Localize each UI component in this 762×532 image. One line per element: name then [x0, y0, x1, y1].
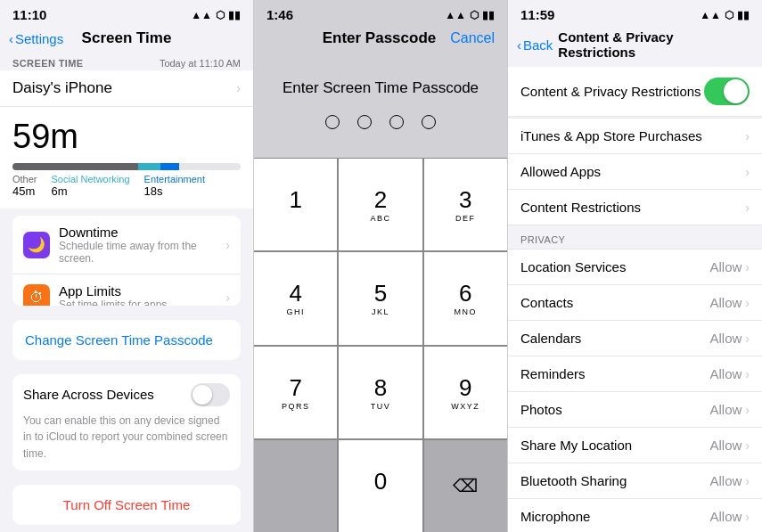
menu-item-downtime[interactable]: 🌙 Downtime Schedule time away from the s… — [12, 216, 241, 274]
device-name: Daisy's iPhone — [12, 79, 112, 97]
menu-item-location[interactable]: Location Services Allow › — [508, 250, 762, 285]
menu-item-allowed-apps[interactable]: Allowed Apps › — [508, 154, 762, 190]
share-desc: You can enable this on any device signed… — [23, 414, 227, 461]
turn-off-label: Turn Off Screen Time — [63, 497, 191, 512]
wifi-icon: ⬡ — [216, 9, 225, 21]
contacts-chevron-icon: › — [745, 296, 750, 310]
photos-label: Photos — [520, 402, 562, 417]
key-1[interactable]: 1 — [254, 159, 337, 250]
key-4[interactable]: 4GHI — [254, 252, 337, 344]
app-limits-icon: ⏱ — [23, 284, 50, 306]
back-button-1[interactable]: ‹ Settings — [9, 31, 63, 46]
device-row[interactable]: Daisy's iPhone › — [0, 70, 253, 107]
time-2: 1:46 — [266, 7, 293, 22]
passcode-nav: Cancel Enter Passcode Cancel — [254, 26, 507, 58]
time-1: 11:10 — [12, 7, 46, 22]
location-right: Allow › — [709, 259, 750, 274]
menu-item-reminders[interactable]: Reminders Allow › — [508, 356, 762, 392]
legend-social-label: Social Networking — [52, 174, 130, 184]
keypad: 1 2ABC 3DEF 4GHI 5JKL 6MNO 7PQRS 8TUV 9W… — [254, 158, 507, 532]
reminders-allow: Allow — [709, 366, 742, 381]
location-allow: Allow — [709, 259, 742, 274]
key-9[interactable]: 9WXYZ — [424, 347, 507, 438]
menu-item-photos[interactable]: Photos Allow › — [508, 392, 762, 428]
turn-off-btn[interactable]: Turn Off Screen Time — [12, 485, 241, 525]
wifi-icon-2: ⬡ — [470, 9, 479, 21]
menu-item-microphone[interactable]: Microphone Allow › — [508, 499, 762, 532]
share-toggle[interactable] — [191, 383, 230, 406]
key-delete[interactable]: ⌫ — [424, 440, 507, 532]
menu-item-calendars[interactable]: Calendars Allow › — [508, 321, 762, 356]
allowed-apps-right: › — [745, 165, 750, 179]
key-3[interactable]: 3DEF — [424, 159, 507, 250]
p3-top-menu-group: iTunes & App Store Purchases › Allowed A… — [508, 118, 762, 225]
key-2[interactable]: 2ABC — [339, 159, 422, 250]
usage-section: 59m Other 45m Social Networking 6m Enter… — [0, 107, 253, 209]
screen-time-panel: 11:10 ▲▲ ⬡ ▮▮ ‹ Settings Screen Time SCR… — [0, 0, 254, 532]
itunes-right: › — [745, 129, 750, 143]
app-limits-label: App Limits — [59, 283, 225, 299]
bluetooth-chevron-icon: › — [745, 474, 750, 488]
share-group: Share Across Devices You can enable this… — [12, 374, 241, 471]
content-privacy-toggle[interactable] — [704, 78, 750, 105]
status-bar-1: 11:10 ▲▲ ⬡ ▮▮ — [0, 0, 253, 26]
key-5[interactable]: 5JKL — [339, 252, 422, 344]
key-6[interactable]: 6MNO — [424, 252, 507, 344]
cancel-button[interactable]: Cancel — [450, 30, 495, 46]
battery-icon-3: ▮▮ — [737, 9, 750, 21]
status-icons-2: ▲▲ ⬡ ▮▮ — [445, 9, 495, 21]
share-location-label: Share My Location — [520, 438, 632, 453]
usage-time: 59m — [12, 118, 241, 156]
reminders-label: Reminders — [520, 366, 586, 381]
app-limits-sublabel: Set time limits for apps. — [59, 299, 225, 306]
menu-item-itunes[interactable]: iTunes & App Store Purchases › — [508, 119, 762, 154]
itunes-label: iTunes & App Store Purchases — [520, 128, 702, 143]
allowed-apps-label: Allowed Apps — [520, 164, 601, 179]
back-button-3[interactable]: ‹ Back — [517, 37, 553, 53]
calendars-label: Calendars — [520, 331, 581, 346]
location-label: Location Services — [520, 259, 626, 274]
menu-item-contacts[interactable]: Contacts Allow › — [508, 285, 762, 321]
menu-group-1: 🌙 Downtime Schedule time away from the s… — [12, 216, 241, 306]
bluetooth-label: Bluetooth Sharing — [520, 473, 627, 488]
downtime-sublabel: Schedule time away from the screen. — [59, 240, 225, 265]
status-icons-1: ▲▲ ⬡ ▮▮ — [191, 9, 241, 21]
usage-bar — [12, 163, 241, 170]
section-header-1: SCREEN TIME — [12, 58, 84, 69]
location-chevron-icon: › — [745, 260, 750, 274]
nav-title-3: Content & Privacy Restrictions — [558, 29, 753, 60]
key-8[interactable]: 8TUV — [339, 347, 422, 438]
key-0[interactable]: 0 — [339, 440, 422, 532]
share-location-chevron-icon: › — [745, 438, 750, 453]
downtime-label: Downtime — [59, 225, 225, 240]
downtime-text: Downtime Schedule time away from the scr… — [59, 225, 225, 265]
bluetooth-right: Allow › — [709, 473, 750, 488]
passcode-nav-title: Enter Passcode — [323, 29, 437, 47]
contacts-allow: Allow — [709, 295, 742, 310]
content-restrictions-right: › — [745, 201, 750, 215]
menu-item-app-limits[interactable]: ⏱ App Limits Set time limits for apps. › — [12, 274, 241, 306]
microphone-right: Allow › — [709, 509, 750, 524]
privacy-section-header: PRIVACY — [508, 225, 762, 249]
menu-item-bluetooth[interactable]: Bluetooth Sharing Allow › — [508, 463, 762, 499]
key-7[interactable]: 7PQRS — [254, 347, 337, 438]
device-chevron-icon: › — [236, 81, 241, 95]
passcode-panel: 1:46 ▲▲ ⬡ ▮▮ Cancel Enter Passcode Cance… — [254, 0, 508, 532]
privacy-panel: 11:59 ▲▲ ⬡ ▮▮ ‹ Back Content & Privacy R… — [508, 0, 762, 532]
passcode-dots — [254, 115, 507, 129]
content-restrictions-label: Content Restrictions — [520, 200, 641, 215]
change-passcode-btn[interactable]: Change Screen Time Passcode — [12, 320, 241, 360]
content-restrictions-chevron-icon: › — [745, 201, 750, 215]
usage-legend: Other 45m Social Networking 6m Entertain… — [12, 174, 241, 205]
legend-other: Other 45m — [12, 174, 37, 198]
legend-entertainment: Entertainment 18s — [144, 174, 205, 198]
menu-item-content-restrictions[interactable]: Content Restrictions › — [508, 190, 762, 225]
battery-icon: ▮▮ — [228, 9, 241, 21]
calendars-allow: Allow — [709, 331, 742, 346]
content-privacy-toggle-row[interactable]: Content & Privacy Restrictions — [508, 67, 762, 117]
bar-entertainment — [160, 163, 178, 170]
share-location-allow: Allow — [709, 438, 742, 453]
share-row: Share Across Devices — [23, 383, 230, 406]
signal-icon-2: ▲▲ — [445, 9, 466, 21]
menu-item-share-location[interactable]: Share My Location Allow › — [508, 428, 762, 463]
